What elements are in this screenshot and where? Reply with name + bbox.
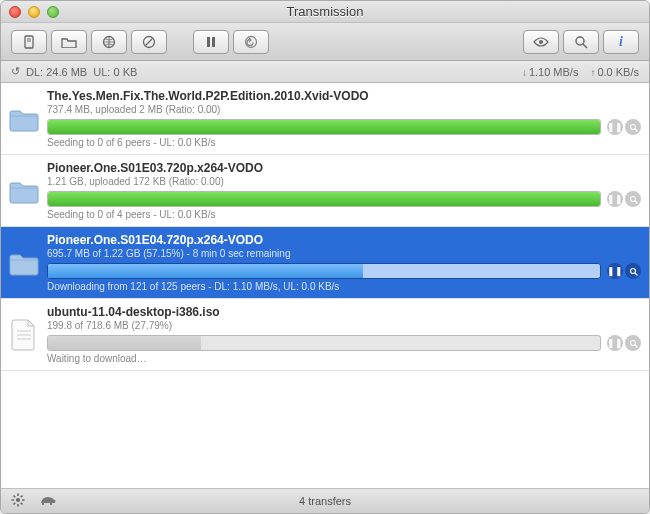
transfer-list[interactable]: The.Yes.Men.Fix.The.World.P2P.Edition.20…	[1, 83, 649, 489]
svg-line-31	[14, 503, 16, 505]
reveal-button[interactable]	[625, 335, 641, 351]
file-icon	[7, 305, 41, 364]
svg-line-30	[21, 496, 23, 498]
svg-line-13	[635, 129, 638, 132]
svg-point-16	[630, 268, 635, 273]
folder-icon	[7, 233, 41, 292]
transfer-status: Downloading from 121 of 125 peers - DL: …	[47, 281, 641, 292]
svg-rect-6	[207, 37, 210, 47]
svg-line-15	[635, 201, 638, 204]
transfer-status: Seeding to 0 of 6 peers - UL: 0.0 KB/s	[47, 137, 641, 148]
ul-value: 0 KB	[113, 66, 137, 78]
progress-bar	[47, 191, 601, 207]
transfer-title: ubuntu-11.04-desktop-i386.iso	[47, 305, 641, 319]
dl-label: DL:	[26, 66, 43, 78]
svg-point-32	[53, 500, 56, 503]
transfer-meta: 695.7 MB of 1.22 GB (57.15%) - 8 min 0 s…	[47, 248, 641, 259]
svg-rect-7	[212, 37, 215, 47]
info-button[interactable]: i	[603, 30, 639, 54]
transfer-row[interactable]: ubuntu-11.04-desktop-i386.iso199.8 of 71…	[1, 299, 649, 371]
dl-value: 24.6 MB	[46, 66, 87, 78]
search-button[interactable]	[563, 30, 599, 54]
transfer-meta: 199.8 of 718.6 MB (27.79%)	[47, 320, 641, 331]
folder-icon	[7, 161, 41, 220]
down-rate: ↓1.10 MB/s	[522, 66, 579, 78]
remove-button[interactable]	[131, 30, 167, 54]
window-title: Transmission	[1, 4, 649, 19]
footer-bar: 4 transfers	[1, 489, 649, 513]
svg-point-9	[539, 40, 543, 44]
transfer-row[interactable]: The.Yes.Men.Fix.The.World.P2P.Edition.20…	[1, 83, 649, 155]
pause-resume-button[interactable]: ❚❚	[607, 335, 623, 351]
svg-rect-33	[42, 503, 44, 505]
svg-rect-0	[25, 36, 33, 48]
folder-icon	[7, 89, 41, 148]
svg-point-14	[630, 196, 635, 201]
transfer-meta: 1.21 GB, uploaded 172 KB (Ratio: 0.00)	[47, 176, 641, 187]
transfer-title: Pioneer.One.S01E04.720p.x264-VODO	[47, 233, 641, 247]
svg-line-11	[583, 44, 587, 48]
pause-resume-button[interactable]: ❚❚	[607, 263, 623, 279]
svg-point-12	[630, 124, 635, 129]
app-window: Transmission i ↺ DL: 24.6 MB UL: 0 KB ↓1…	[0, 0, 650, 514]
transfer-row[interactable]: Pioneer.One.S01E03.720p.x264-VODO1.21 GB…	[1, 155, 649, 227]
svg-line-17	[635, 273, 638, 276]
transfer-count: 4 transfers	[1, 495, 649, 507]
pause-resume-button[interactable]: ❚❚	[607, 191, 623, 207]
transfer-status: Waiting to download…	[47, 353, 641, 364]
open-web-button[interactable]	[91, 30, 127, 54]
reveal-button[interactable]	[625, 191, 641, 207]
reveal-button[interactable]	[625, 263, 641, 279]
svg-point-23	[16, 498, 20, 502]
stats-bar: ↺ DL: 24.6 MB UL: 0 KB ↓1.10 MB/s ↑0.0 K…	[1, 61, 649, 83]
transfer-row[interactable]: Pioneer.One.S01E04.720p.x264-VODO695.7 M…	[1, 227, 649, 299]
svg-rect-34	[50, 503, 52, 505]
svg-point-10	[576, 37, 584, 45]
open-torrent-button[interactable]	[51, 30, 87, 54]
progress-bar	[47, 119, 601, 135]
up-rate: ↑0.0 KB/s	[590, 66, 639, 78]
progress-bar	[47, 335, 601, 351]
transfer-title: Pioneer.One.S01E03.720p.x264-VODO	[47, 161, 641, 175]
toolbar: i	[1, 23, 649, 61]
pause-resume-button[interactable]: ❚❚	[607, 119, 623, 135]
svg-line-5	[146, 38, 153, 45]
create-torrent-button[interactable]	[11, 30, 47, 54]
pause-all-button[interactable]	[193, 30, 229, 54]
progress-bar	[47, 263, 601, 279]
svg-line-28	[14, 496, 16, 498]
speed-limit-turtle-icon[interactable]	[39, 494, 57, 508]
transfer-meta: 737.4 MB, uploaded 2 MB (Ratio: 0.00)	[47, 104, 641, 115]
svg-line-22	[635, 345, 638, 348]
reveal-button[interactable]	[625, 119, 641, 135]
svg-line-29	[21, 503, 23, 505]
resume-all-button[interactable]	[233, 30, 269, 54]
transfer-status: Seeding to 0 of 4 peers - UL: 0.0 KB/s	[47, 209, 641, 220]
transfer-title: The.Yes.Men.Fix.The.World.P2P.Edition.20…	[47, 89, 641, 103]
titlebar: Transmission	[1, 1, 649, 23]
ul-label: UL:	[93, 66, 110, 78]
global-ratio-icon: ↺	[11, 65, 20, 78]
svg-point-21	[630, 340, 635, 345]
settings-gear-icon[interactable]	[11, 493, 25, 509]
quicklook-button[interactable]	[523, 30, 559, 54]
